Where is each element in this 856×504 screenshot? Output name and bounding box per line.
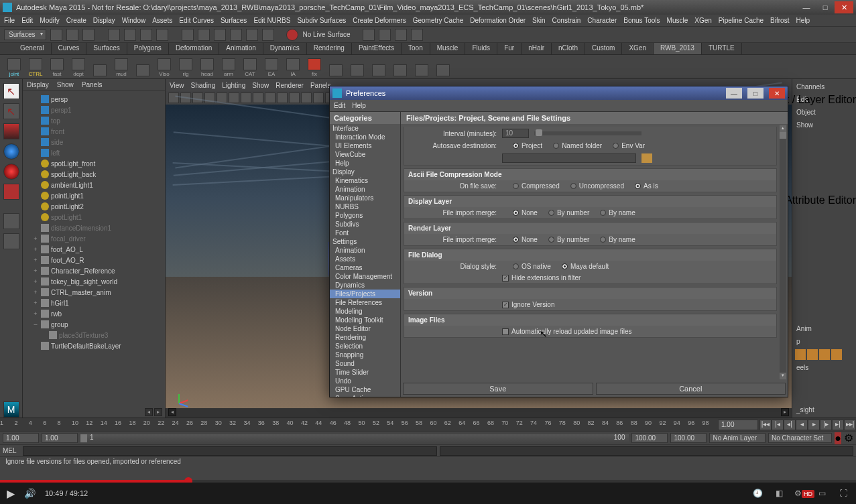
- outliner-item[interactable]: front: [24, 126, 164, 137]
- outliner-item[interactable]: place3dTexture3: [24, 330, 164, 340]
- outliner-item[interactable]: persp: [24, 94, 164, 105]
- outliner-item[interactable]: +foot_AO_L: [24, 244, 164, 255]
- autokey-icon[interactable]: ●: [835, 432, 841, 444]
- volume-icon[interactable]: 🔊: [24, 488, 36, 499]
- checkbox-ignore-version[interactable]: ✓: [502, 302, 509, 308]
- category-interaction-mode[interactable]: Interaction Mode: [330, 133, 400, 141]
- menu-file[interactable]: File: [4, 17, 15, 24]
- toolbar-button[interactable]: [230, 29, 242, 41]
- scroll-right-icon[interactable]: ▸: [781, 408, 789, 416]
- menu-skin[interactable]: Skin: [532, 17, 545, 24]
- shelf-tab-curves[interactable]: Curves: [52, 43, 87, 54]
- last-tool-icon[interactable]: [3, 213, 19, 229]
- viewport-menu-shading[interactable]: Shading: [191, 82, 216, 89]
- toolbar-button[interactable]: [182, 29, 194, 41]
- menu-constrain[interactable]: Constrain: [552, 17, 581, 24]
- radio-uncompressed[interactable]: [570, 183, 576, 189]
- folder-icon[interactable]: [641, 153, 652, 163]
- shelf-button-ctrl[interactable]: CTRL: [25, 57, 46, 77]
- outliner-item[interactable]: left: [24, 147, 164, 158]
- outliner-item[interactable]: +hGirl1: [24, 298, 164, 308]
- range-start-in[interactable]: 1.00: [42, 433, 78, 443]
- dialog-minimize-button[interactable]: —: [726, 88, 742, 99]
- scroll-left-icon[interactable]: ◂: [145, 408, 153, 416]
- radio-maya-default[interactable]: [562, 263, 568, 269]
- category-save-actions[interactable]: Save Actions: [330, 394, 400, 397]
- categories-items[interactable]: InterfaceInteraction ModeUI ElementsView…: [330, 124, 400, 397]
- category-time-slider[interactable]: Time Slider: [330, 368, 400, 377]
- shelf-tab-dynamics[interactable]: Dynamics: [263, 43, 307, 54]
- shelf-tab-surfaces[interactable]: Surfaces: [86, 43, 127, 54]
- menu-edit[interactable]: Edit: [21, 17, 33, 24]
- dialog-menu-edit[interactable]: Edit: [334, 102, 345, 109]
- theater-icon[interactable]: ▭: [816, 489, 828, 498]
- checkbox-auto-reload[interactable]: [502, 328, 509, 335]
- category-undo[interactable]: Undo: [330, 377, 400, 385]
- shelf-tab-rwb_2013[interactable]: RWB_2013: [654, 43, 702, 54]
- viewport-tool-icon[interactable]: [229, 92, 239, 103]
- shelf-button-fix[interactable]: fix: [304, 57, 324, 77]
- radio-os-native[interactable]: [513, 263, 519, 269]
- menu-subdiv-surfaces[interactable]: Subdiv Surfaces: [297, 17, 346, 24]
- category-kinematics[interactable]: Kinematics: [330, 176, 400, 185]
- lasso-tool-icon[interactable]: ↖: [3, 103, 19, 119]
- outliner-item[interactable]: top: [24, 115, 164, 126]
- viewport-tool-icon[interactable]: [313, 92, 324, 103]
- attribute-editor-tab[interactable]: Attribute Editor: [785, 194, 856, 261]
- toolbar-button[interactable]: [411, 29, 423, 41]
- viewport-tool-icon[interactable]: [289, 92, 300, 103]
- outliner-item[interactable]: persp1: [24, 105, 164, 115]
- shelf-tab-animation[interactable]: Animation: [219, 43, 263, 54]
- shelf-button-mud[interactable]: mud: [111, 57, 131, 77]
- right-panel-label[interactable]: Channels: [795, 82, 853, 92]
- category-files-projects[interactable]: Files/Projects: [330, 290, 400, 298]
- shelf-tab-toon[interactable]: Toon: [402, 43, 430, 54]
- outliner-item[interactable]: –group: [24, 319, 164, 330]
- category-help[interactable]: Help: [330, 159, 400, 168]
- viewport-tool-icon[interactable]: [253, 92, 263, 103]
- category-selection[interactable]: Selection: [330, 342, 400, 351]
- outliner-item[interactable]: spotLight1: [24, 212, 164, 223]
- key-back-icon[interactable]: ◂|: [784, 420, 796, 430]
- range-bar[interactable]: 1 100: [80, 434, 629, 442]
- viewport-tool-icon[interactable]: [277, 92, 288, 103]
- outliner-item[interactable]: pointLight2: [24, 201, 164, 212]
- shelf-button-viso[interactable]: Viso: [154, 57, 174, 77]
- scroll-left-icon[interactable]: ◂: [168, 408, 176, 416]
- outliner-item[interactable]: +focal_driver: [24, 233, 164, 244]
- category-dynamics[interactable]: Dynamics: [330, 281, 400, 290]
- menu-create[interactable]: Create: [66, 17, 86, 24]
- outliner-item[interactable]: +Character_Reference: [24, 265, 164, 276]
- key-fwd-icon[interactable]: |▸: [820, 420, 832, 430]
- shelf-tab-fluids[interactable]: Fluids: [465, 43, 497, 54]
- shelf-button[interactable]: [90, 57, 110, 77]
- cancel-button[interactable]: Cancel: [596, 383, 786, 395]
- toolbar-button[interactable]: [214, 29, 226, 41]
- toolbar-button[interactable]: [198, 29, 210, 41]
- radio-display-none[interactable]: [513, 210, 519, 216]
- scroll-right-icon[interactable]: ▸: [154, 408, 162, 416]
- mode-dropdown[interactable]: Surfaces: [4, 29, 46, 40]
- mel-input[interactable]: [23, 446, 437, 456]
- scrollbar[interactable]: ▴ ▾: [780, 125, 786, 379]
- range-end-out[interactable]: 100.00: [670, 433, 707, 443]
- shelf-tab-painteffects[interactable]: PaintEffects: [352, 43, 402, 54]
- menu-assets[interactable]: Assets: [152, 17, 172, 24]
- category-nurbs[interactable]: NURBS: [330, 202, 400, 211]
- go-start-icon[interactable]: |◂◂: [759, 420, 772, 430]
- category-font[interactable]: Font: [330, 229, 400, 237]
- step-fwd-icon[interactable]: ▸|: [832, 420, 844, 430]
- shelf-button-ea[interactable]: EA: [261, 57, 282, 77]
- play-back-icon[interactable]: ◂: [796, 420, 808, 430]
- interval-input[interactable]: 10: [502, 129, 529, 138]
- category-file-references[interactable]: File References: [330, 298, 400, 307]
- viewport-tool-icon[interactable]: [301, 92, 312, 103]
- outliner-item[interactable]: TurtleDefaultBakeLayer: [24, 340, 164, 351]
- interval-slider[interactable]: [534, 131, 641, 135]
- rotate-tool-icon[interactable]: [3, 164, 19, 180]
- outliner-item[interactable]: +tokey_big_sight_world: [24, 276, 164, 287]
- shelf-tab-custom[interactable]: Custom: [585, 43, 622, 54]
- category-color-management[interactable]: Color Management: [330, 272, 400, 281]
- outliner-item[interactable]: +rwb: [24, 308, 164, 319]
- menu-display[interactable]: Display: [93, 17, 115, 24]
